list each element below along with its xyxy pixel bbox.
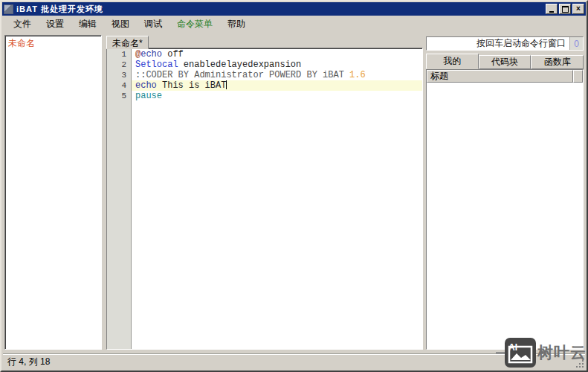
menu-item-2[interactable]: 设置 bbox=[39, 16, 71, 32]
code-line-1[interactable]: @echo off bbox=[132, 49, 422, 60]
code-token: pause bbox=[135, 91, 162, 101]
line-number: 1 bbox=[107, 49, 131, 60]
tab-代码块[interactable]: 代码块 bbox=[479, 55, 532, 69]
code-editor[interactable]: 12345 @echo offSetlocal enabledelayedexp… bbox=[106, 48, 423, 350]
code-area[interactable]: @echo offSetlocal enabledelayedexpansion… bbox=[132, 48, 422, 349]
code-token: echo bbox=[135, 80, 157, 91]
line-number: 4 bbox=[107, 80, 131, 91]
command-counter: 0 bbox=[569, 37, 583, 50]
code-line-2[interactable]: Setlocal enabledelayedexpansion bbox=[132, 60, 422, 70]
menu-item-3[interactable]: 编辑 bbox=[71, 16, 104, 32]
code-token: 1.6 bbox=[349, 70, 366, 80]
line-number: 2 bbox=[107, 60, 131, 70]
code-token: echo bbox=[140, 49, 162, 60]
window-title: iBAT 批处理开发环境 bbox=[16, 4, 543, 15]
listview-column-2[interactable] bbox=[573, 70, 583, 83]
menu-item-7[interactable]: 帮助 bbox=[220, 16, 253, 32]
listview-header: 标题 bbox=[427, 70, 583, 83]
menu-item-6[interactable]: 命令菜单 bbox=[169, 16, 220, 32]
listview-column-1[interactable]: 标题 bbox=[427, 70, 573, 83]
menu-item-4[interactable]: 视图 bbox=[104, 16, 137, 32]
line-number: 5 bbox=[107, 91, 131, 101]
command-input[interactable]: 按回车启动命令行窗口 bbox=[427, 37, 569, 50]
minimize-icon bbox=[549, 5, 554, 13]
menu-item-5[interactable]: 调试 bbox=[137, 16, 169, 32]
app-window: iBAT 批处理开发环境 × 文件设置编辑视图调试命令菜单帮助 未命名 未命名*… bbox=[0, 0, 588, 372]
maximize-icon bbox=[562, 6, 569, 13]
listview-body[interactable] bbox=[427, 83, 583, 349]
tab-我的[interactable]: 我的 bbox=[426, 54, 479, 69]
command-input-bar[interactable]: 按回车启动命令行窗口 0 bbox=[426, 36, 584, 51]
window-controls: × bbox=[546, 4, 584, 14]
menu-item-1[interactable]: 文件 bbox=[6, 16, 39, 32]
menu-bar: 文件设置编辑视图调试命令菜单帮助 bbox=[1, 16, 587, 31]
code-token: This is iBAT bbox=[157, 80, 227, 91]
watermark-ai-icon: AI bbox=[505, 338, 536, 368]
title-bar: iBAT 批处理开发环境 × bbox=[2, 2, 586, 16]
code-line-5[interactable]: pause bbox=[132, 91, 422, 101]
line-number: 3 bbox=[107, 70, 131, 80]
file-list-item[interactable]: 未命名 bbox=[5, 36, 101, 51]
cursor-position-label: 行 4, 列 18 bbox=[7, 356, 50, 368]
line-number-gutter: 12345 bbox=[107, 48, 132, 349]
editor-tab-unnamed[interactable]: 未命名* bbox=[106, 36, 149, 49]
text-cursor bbox=[226, 80, 227, 89]
code-line-4[interactable]: echo This is iBAT bbox=[132, 80, 422, 91]
watermark-line bbox=[496, 352, 505, 354]
right-panel: 按回车启动命令行窗口 0 我的代码块函数库 标题 bbox=[426, 35, 584, 350]
file-list-panel[interactable]: 未命名 bbox=[4, 35, 102, 350]
app-icon bbox=[4, 4, 13, 14]
watermark: AI 树叶云 bbox=[496, 338, 587, 368]
maximize-button[interactable] bbox=[559, 4, 571, 14]
watermark-label: 树叶云 bbox=[537, 342, 587, 363]
close-button[interactable]: × bbox=[572, 4, 584, 14]
snippet-listview[interactable]: 标题 bbox=[426, 69, 584, 350]
close-icon: × bbox=[576, 5, 581, 13]
code-token: Setlocal bbox=[135, 60, 178, 70]
code-token: ::CODER BY Administrator POWERD BY iBAT bbox=[135, 70, 349, 80]
snippet-tabs: 我的代码块函数库 bbox=[426, 55, 584, 69]
code-token: off bbox=[162, 49, 184, 60]
code-line-3[interactable]: ::CODER BY Administrator POWERD BY iBAT … bbox=[132, 70, 422, 80]
minimize-button[interactable] bbox=[546, 4, 558, 14]
tab-函数库[interactable]: 函数库 bbox=[531, 55, 584, 69]
code-token: enabledelayedexpansion bbox=[178, 60, 302, 70]
